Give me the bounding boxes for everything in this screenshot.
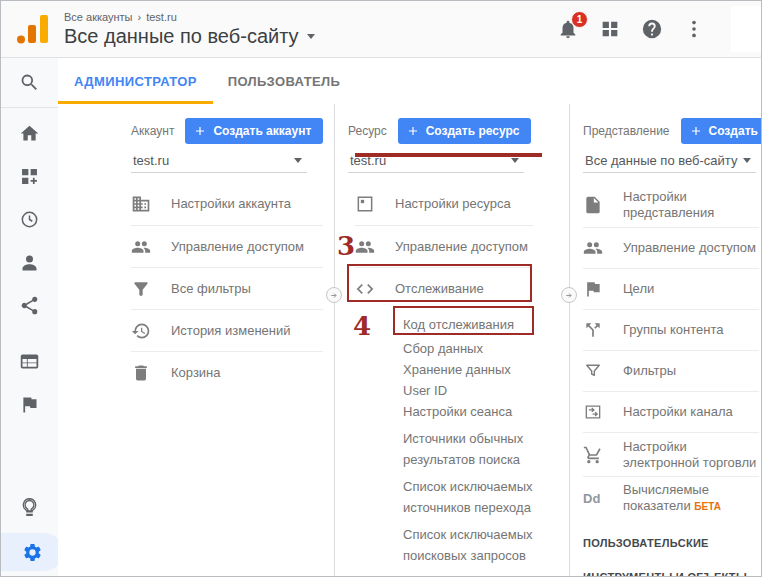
menu-item-view-settings[interactable]: Настройки представления — [583, 183, 759, 227]
column-divider — [569, 104, 570, 577]
plus-icon — [406, 124, 420, 138]
plus-icon — [193, 124, 207, 138]
people-icon — [131, 237, 151, 257]
collapse-column-button[interactable] — [561, 287, 577, 303]
property-picker[interactable]: Все данные по веб-сайту — [64, 25, 315, 48]
filter-outline-icon — [583, 361, 603, 381]
sidebar-item-admin[interactable] — [1, 533, 63, 571]
create-property-button[interactable]: Создать ресурс — [398, 118, 532, 144]
beta-badge: БЕТА — [694, 501, 721, 512]
help-icon[interactable] — [641, 18, 663, 40]
account-column: Аккаунт Создать аккаунт test.ru На — [58, 104, 334, 577]
view-column: Представление Создать пре Все данные по … — [570, 104, 761, 577]
plus-icon — [689, 124, 703, 138]
sidebar-item-customization[interactable] — [1, 155, 58, 198]
gear-icon — [22, 542, 43, 563]
column-divider — [334, 104, 335, 577]
caret-down-icon — [743, 158, 751, 163]
menu-item-trash[interactable]: Корзина — [131, 351, 323, 393]
menu-item-calculated-metrics[interactable]: Dd Вычисляемые показатели БЕТА — [583, 476, 759, 520]
top-bar: Все аккаунты › test.ru Все данные по веб… — [1, 1, 761, 58]
tab-administrator[interactable]: АДМИНИСТРАТОР — [58, 58, 213, 104]
page-title: Все данные по веб-сайту — [64, 25, 299, 48]
create-view-button[interactable]: Создать пре — [681, 118, 762, 144]
submenu-item-session-settings[interactable]: Настройки сеанса — [403, 401, 533, 422]
trash-icon — [131, 363, 151, 383]
building-icon — [131, 194, 151, 214]
sidebar-item-conversions[interactable] — [1, 383, 58, 426]
menu-item-all-filters[interactable]: Все фильтры — [131, 267, 323, 309]
breadcrumb-account[interactable]: test.ru — [146, 11, 177, 23]
cart-icon — [583, 445, 603, 465]
split-icon — [583, 320, 603, 340]
submenu-item-data-retention[interactable]: Хранение данных — [403, 359, 533, 380]
menu-item-property-access[interactable]: Управление доступом — [355, 225, 533, 267]
analytics-admin-window: Все аккаунты › test.ru Все данные по веб… — [0, 0, 762, 577]
admin-tabs: АДМИНИСТРАТОР ПОЛЬЗОВАТЕЛЬ — [58, 58, 761, 104]
menu-item-account-settings[interactable]: Настройки аккаунта — [131, 183, 323, 225]
section-tools-objects: ИНСТРУМЕНТЫ И ОБЪЕКТЫ — [583, 566, 759, 577]
sidebar-item-home[interactable] — [1, 112, 58, 155]
submenu-item-search-term-exclusion-list[interactable]: Список исключаемых поисковых запросов — [403, 524, 533, 566]
submenu-item-organic-search-sources[interactable]: Источники обычных результатов поиска — [403, 428, 533, 470]
collapse-column-button[interactable] — [326, 287, 342, 303]
submenu-item-referral-exclusion-list[interactable]: Список исключаемых источников перехода — [403, 476, 533, 518]
menu-item-filters[interactable]: Фильтры — [583, 350, 759, 391]
property-settings-icon — [355, 194, 375, 214]
document-icon — [583, 195, 603, 215]
property-selector[interactable]: test.ru — [348, 149, 524, 173]
left-nav-sidebar — [1, 58, 58, 576]
caret-down-icon — [294, 158, 302, 163]
sidebar-search-icon[interactable] — [1, 58, 58, 108]
create-account-button[interactable]: Создать аккаунт — [185, 118, 323, 144]
menu-item-channel-settings[interactable]: Настройки канала — [583, 391, 759, 432]
property-column-label: Ресурс — [348, 124, 387, 138]
caret-down-icon — [511, 158, 519, 163]
sidebar-item-realtime[interactable] — [1, 198, 58, 241]
menu-item-account-access[interactable]: Управление доступом — [131, 225, 323, 267]
view-selector[interactable]: Все данные по веб-сайту — [583, 149, 756, 173]
google-analytics-logo-icon[interactable] — [15, 13, 51, 45]
submenu-item-data-collection[interactable]: Сбор данных — [403, 338, 533, 359]
people-icon — [355, 237, 375, 257]
arrow-right-icon — [564, 290, 575, 301]
breadcrumb-separator: › — [138, 11, 142, 23]
people-icon — [583, 238, 603, 258]
channel-icon — [583, 402, 603, 422]
arrow-right-icon — [329, 290, 340, 301]
sidebar-item-acquisition[interactable] — [1, 284, 58, 327]
notifications-bell-icon[interactable]: 1 — [557, 18, 579, 40]
avatar[interactable] — [731, 6, 761, 52]
notification-badge: 1 — [571, 11, 588, 28]
account-column-label: Аккаунт — [131, 124, 174, 138]
menu-item-goals[interactable]: Цели — [583, 268, 759, 309]
menu-item-change-history[interactable]: История изменений — [131, 309, 323, 351]
overflow-menu-icon[interactable] — [683, 18, 705, 40]
menu-item-ecommerce-settings[interactable]: Настройки электронной торговли — [583, 432, 759, 476]
menu-item-tracking[interactable]: Отслеживание — [355, 267, 533, 309]
menu-item-view-access[interactable]: Управление доступом — [583, 227, 759, 268]
filter-icon — [131, 279, 151, 299]
dd-icon: Dd — [583, 491, 603, 506]
caret-down-icon — [307, 34, 315, 39]
tracking-submenu: Код отслеживания Сбор данных Хранение да… — [355, 312, 533, 566]
flag-icon — [583, 279, 603, 299]
sidebar-item-audience[interactable] — [1, 241, 58, 284]
property-column: Ресурс Создать ресурс test.ru Наст — [335, 104, 569, 577]
tab-user[interactable]: ПОЛЬЗОВАТЕЛЬ — [213, 58, 355, 104]
sidebar-item-insights[interactable] — [1, 486, 58, 529]
breadcrumb-all-accounts[interactable]: Все аккаунты — [64, 11, 133, 23]
submenu-item-user-id[interactable]: User ID — [403, 380, 533, 401]
sidebar-item-behavior[interactable] — [1, 340, 58, 383]
apps-grid-icon[interactable] — [599, 18, 621, 40]
account-selector[interactable]: test.ru — [131, 149, 307, 173]
code-icon — [355, 279, 375, 299]
breadcrumb: Все аккаунты › test.ru — [64, 11, 315, 23]
menu-item-content-grouping[interactable]: Группы контента — [583, 309, 759, 350]
section-custom: ПОЛЬЗОВАТЕЛЬСКИЕ — [583, 532, 759, 554]
submenu-item-tracking-code[interactable]: Код отслеживания — [403, 312, 533, 336]
menu-item-property-settings[interactable]: Настройки ресурса — [355, 183, 533, 225]
view-column-label: Представление — [583, 124, 670, 138]
history-icon — [131, 321, 151, 341]
